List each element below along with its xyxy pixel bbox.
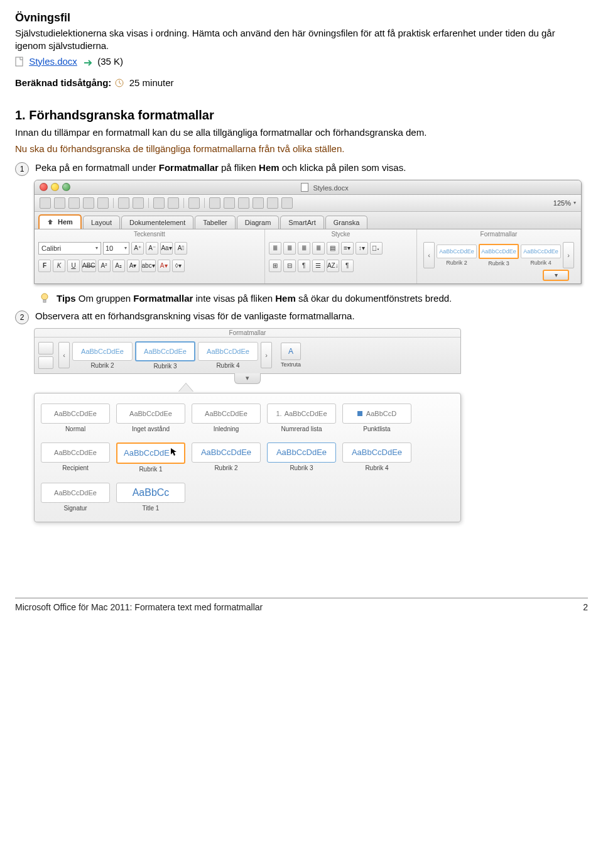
tab-granska[interactable]: Granska bbox=[325, 216, 368, 229]
style-gallery-cell[interactable]: 1.AaBbCcDdEeNumrerad lista bbox=[267, 404, 336, 432]
qat-icon[interactable] bbox=[168, 197, 179, 209]
text-effects-button[interactable]: A▾ bbox=[127, 260, 139, 272]
step-1: 1 Peka på en formatmall under Formatmall… bbox=[15, 162, 588, 176]
style-gallery-cell[interactable]: AaBbCcDdEeRubrik 4 bbox=[342, 442, 411, 473]
step1-pre: Peka på en formatmall under bbox=[35, 162, 159, 173]
tab-hem[interactable]: Hem bbox=[38, 214, 82, 229]
font-name-dropdown[interactable]: Calibri ▾ bbox=[38, 242, 101, 255]
chevron-down-icon: ▾ bbox=[124, 245, 127, 251]
tab-smartart[interactable]: SmartArt bbox=[280, 216, 323, 229]
italic-button[interactable]: K bbox=[53, 260, 65, 272]
shrink-font-button[interactable]: A⁻ bbox=[146, 242, 158, 255]
styles-expand-arrow[interactable]: ▾ bbox=[543, 270, 569, 281]
qat-icon[interactable] bbox=[209, 197, 220, 209]
window-document-name: Styles.docx bbox=[73, 183, 576, 192]
qat-icon[interactable] bbox=[224, 197, 235, 209]
tab-dokumentelement[interactable]: Dokumentelement bbox=[121, 216, 193, 229]
change-case-button[interactable]: Aa▾ bbox=[160, 242, 173, 255]
style-gallery-cell[interactable]: AaBbCcDdEeInget avstånd bbox=[116, 404, 185, 432]
qat-icon[interactable] bbox=[153, 197, 165, 209]
show-paragraph-button[interactable]: ¶ bbox=[298, 260, 310, 272]
alignment-button[interactable]: ≣ bbox=[312, 242, 325, 255]
style-label: Rubrik 2 bbox=[437, 260, 477, 266]
bullets-button[interactable]: ≣ bbox=[269, 242, 281, 255]
sort-button[interactable]: AZ↓ bbox=[327, 260, 339, 272]
styles-scroll-right[interactable]: › bbox=[563, 242, 574, 268]
qat-icon[interactable] bbox=[133, 197, 144, 209]
style-swatch[interactable]: AaBbCcDdEe Rubrik 2 bbox=[437, 244, 477, 266]
style-gallery-cell[interactable]: AaBbCcDdEeSignatur bbox=[41, 483, 110, 512]
style-gallery-cell[interactable]: AaBbCcDdEeRecipient bbox=[41, 442, 110, 473]
qat-icon[interactable] bbox=[188, 197, 200, 209]
gallery-textbox-button[interactable]: A Textruta bbox=[281, 343, 301, 368]
zoom-traffic-light-icon[interactable] bbox=[62, 183, 70, 191]
style-gallery-cell[interactable]: AaBbCcDdEeNormal bbox=[41, 404, 110, 432]
style-swatch[interactable]: AaBbCcDdEe Rubrik 4 bbox=[521, 244, 561, 266]
qat-icon[interactable] bbox=[267, 197, 278, 209]
style-swatch[interactable]: AaBbCcDdEe Rubrik 2 bbox=[72, 342, 133, 369]
separator bbox=[113, 198, 114, 208]
clear-format-button[interactable]: A⃠ bbox=[175, 242, 187, 255]
gallery-expand-chevron[interactable]: ▾ bbox=[234, 373, 261, 384]
style-label: Rubrik 3 bbox=[267, 464, 336, 471]
paragraph-dialog-button[interactable]: ¶ bbox=[341, 260, 354, 272]
style-gallery-cell[interactable]: AaBbCcDdEeRubrik 3 bbox=[267, 442, 336, 473]
align-button[interactable]: ▤ bbox=[327, 242, 339, 255]
style-gallery-cell[interactable]: AaBbCcDPunktlista bbox=[342, 404, 411, 432]
style-gallery-cell[interactable]: AaBbCcDdEeRubrik 2 bbox=[192, 442, 261, 473]
style-swatch[interactable]: AaBbCcDdEe Rubrik 3 bbox=[479, 244, 519, 266]
qat-icon[interactable] bbox=[253, 197, 264, 209]
minimize-traffic-light-icon[interactable] bbox=[51, 183, 59, 191]
numbering-button[interactable]: ≣ bbox=[283, 242, 296, 255]
sort-icon[interactable] bbox=[38, 356, 53, 369]
style-gallery-cell[interactable]: AaBbCcDdERubrik 1 bbox=[116, 442, 185, 473]
tab-diagram[interactable]: Diagram bbox=[237, 216, 280, 229]
home-icon bbox=[47, 219, 53, 226]
border-button[interactable]: ⎕▾ bbox=[370, 242, 383, 255]
qat-icon[interactable] bbox=[97, 197, 109, 209]
style-gallery-cell[interactable]: AaBbCcDdEeInledning bbox=[192, 404, 261, 432]
strike-button[interactable]: ABC bbox=[82, 260, 96, 272]
bold-button[interactable]: F bbox=[38, 260, 51, 272]
shading-button[interactable]: ↕▾ bbox=[356, 242, 368, 255]
styles-pane-icon[interactable] bbox=[38, 342, 53, 354]
qat-icon[interactable] bbox=[83, 197, 94, 209]
grow-font-button[interactable]: A⁺ bbox=[131, 242, 144, 255]
highlight-button[interactable]: abc▾ bbox=[141, 260, 156, 272]
qat-icon[interactable] bbox=[40, 197, 51, 209]
time-label: Beräknad tidsåtgång: bbox=[15, 77, 111, 88]
gallery-scroll-left[interactable]: ‹ bbox=[58, 342, 70, 368]
tab-layout[interactable]: Layout bbox=[83, 216, 120, 229]
qat-icon[interactable] bbox=[54, 197, 65, 209]
font-dialog-button[interactable]: ◊▾ bbox=[172, 260, 185, 272]
tab-tabeller[interactable]: Tabeller bbox=[195, 216, 236, 229]
subscript-button[interactable]: A₂ bbox=[112, 260, 125, 272]
underline-button[interactable]: U bbox=[67, 260, 80, 272]
svg-rect-7 bbox=[43, 300, 46, 302]
superscript-button[interactable]: A² bbox=[98, 260, 111, 272]
styles-docx-link[interactable]: Styles.docx bbox=[29, 56, 77, 67]
practice-file-intro: Självstudielektionerna ska visas i ordni… bbox=[15, 27, 588, 53]
zoom-control[interactable]: 125% ▾ bbox=[553, 199, 576, 207]
close-traffic-light-icon[interactable] bbox=[40, 183, 48, 191]
qat-icon[interactable] bbox=[238, 197, 249, 209]
qat-icon[interactable] bbox=[118, 197, 129, 209]
style-sample: AaBbCcDdEe bbox=[41, 442, 110, 463]
font-color-button[interactable]: A▾ bbox=[158, 260, 170, 272]
styles-scroll-left[interactable]: ‹ bbox=[423, 242, 435, 268]
gallery-scroll-right[interactable]: › bbox=[261, 342, 272, 368]
gallery-pointer-icon bbox=[178, 383, 193, 392]
style-swatch[interactable]: AaBbCcDdEe Rubrik 3 bbox=[135, 341, 195, 370]
justify-button[interactable]: ☰ bbox=[312, 260, 325, 272]
page-footer: Microsoft Office för Mac 2011: Formatera… bbox=[15, 602, 588, 618]
linespacing-button[interactable]: ≡▾ bbox=[341, 242, 354, 255]
qat-icon[interactable] bbox=[68, 197, 80, 209]
font-size-dropdown[interactable]: 10 ▾ bbox=[103, 242, 129, 255]
style-gallery-cell[interactable]: AaBbCcTitle 1 bbox=[116, 483, 185, 512]
multilevel-button[interactable]: ≣ bbox=[298, 242, 310, 255]
step-2: 2 Observera att en förhandsgranskning vi… bbox=[15, 310, 588, 324]
style-swatch[interactable]: AaBbCcDdEe Rubrik 4 bbox=[198, 342, 258, 369]
indent-button[interactable]: ⊟ bbox=[283, 260, 296, 272]
qat-icon[interactable] bbox=[281, 197, 293, 209]
outdent-button[interactable]: ⊞ bbox=[269, 260, 281, 272]
